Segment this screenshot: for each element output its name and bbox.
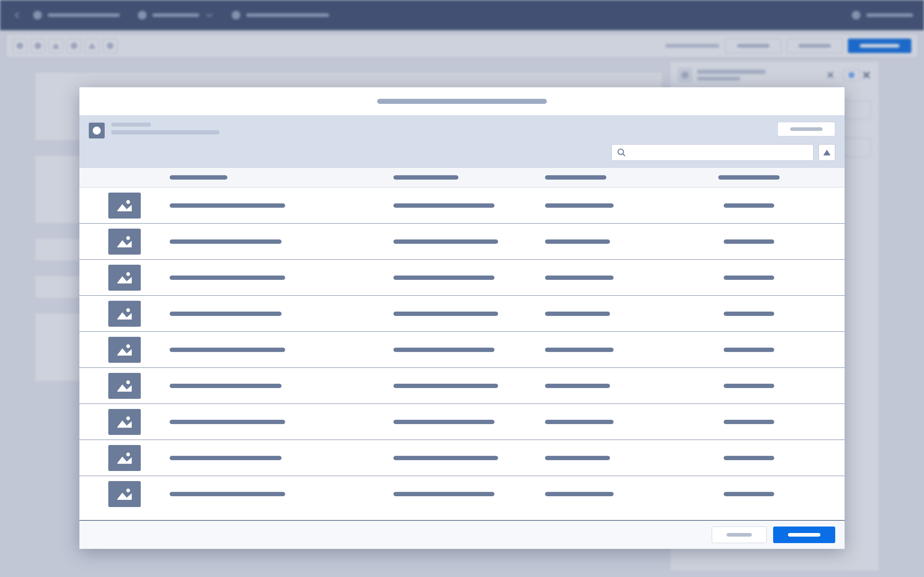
cell-c3 — [545, 348, 678, 352]
cell-c4 — [678, 239, 819, 244]
cell-value — [545, 311, 610, 316]
cell-value — [545, 203, 614, 208]
cancel-label — [727, 533, 752, 537]
cell-value — [393, 311, 498, 316]
cell-c2 — [393, 276, 545, 280]
cell-value — [170, 203, 285, 208]
table-row[interactable] — [79, 259, 845, 296]
cell-c1 — [170, 348, 393, 352]
cell-value — [545, 239, 610, 244]
cell-value — [170, 492, 285, 496]
cell-value — [393, 348, 494, 352]
cell-c1 — [170, 384, 393, 388]
table-header — [79, 167, 845, 187]
cell-value — [545, 384, 610, 388]
cell-value — [545, 276, 614, 280]
cell-c4 — [678, 492, 819, 496]
svg-point-16 — [126, 452, 130, 456]
modal-title-row — [79, 87, 845, 115]
cell-c3 — [545, 384, 678, 388]
cell-c2 — [393, 239, 545, 244]
cell-c2 — [393, 456, 545, 460]
cell-value — [393, 239, 498, 244]
cell-value — [393, 276, 494, 280]
cell-value — [724, 239, 774, 244]
context-status-button[interactable] — [777, 122, 835, 136]
context-avatar — [89, 122, 105, 139]
cell-value — [724, 456, 774, 460]
table-row[interactable] — [79, 187, 845, 224]
table-row[interactable] — [79, 332, 845, 368]
cell-c4 — [678, 348, 819, 352]
cell-c3 — [545, 492, 678, 496]
table-row[interactable] — [79, 296, 845, 332]
table-body — [79, 187, 845, 520]
modal-title — [377, 99, 547, 104]
cell-c1 — [170, 420, 393, 424]
confirm-label — [788, 533, 821, 537]
cell-value — [545, 492, 614, 496]
cell-c3 — [545, 239, 678, 244]
modal-context-panel — [79, 115, 845, 167]
cancel-button[interactable] — [712, 527, 767, 543]
svg-point-0 — [618, 149, 624, 154]
thumbnail-icon — [108, 481, 141, 507]
cell-c3 — [545, 276, 678, 280]
thumbnail-icon — [108, 265, 141, 291]
cell-value — [724, 276, 774, 280]
cell-value — [545, 348, 614, 352]
item-picker-modal — [79, 87, 845, 549]
thumbnail-icon — [108, 373, 141, 399]
cell-c3 — [545, 203, 678, 208]
cell-value — [393, 384, 498, 388]
cell-value — [170, 456, 281, 460]
confirm-button[interactable] — [773, 527, 835, 543]
cell-c2 — [393, 384, 545, 388]
cell-value — [393, 203, 494, 208]
context-name — [111, 122, 151, 127]
col-header-2[interactable] — [393, 175, 459, 180]
cell-c1 — [170, 276, 393, 280]
cell-c1 — [170, 239, 393, 244]
table-row[interactable] — [79, 404, 845, 440]
cell-value — [170, 348, 285, 352]
cell-value — [393, 456, 498, 460]
cell-c3 — [545, 420, 678, 424]
col-header-1[interactable] — [170, 175, 228, 180]
table-row[interactable] — [79, 224, 845, 259]
svg-point-2 — [126, 200, 130, 203]
cell-value — [393, 492, 494, 496]
cell-value — [170, 420, 285, 424]
cell-value — [724, 420, 774, 424]
cell-c3 — [545, 456, 678, 460]
cell-c4 — [678, 384, 819, 388]
cell-c2 — [393, 348, 545, 352]
svg-point-4 — [126, 236, 130, 239]
table-row[interactable] — [79, 440, 845, 476]
svg-point-10 — [126, 344, 130, 348]
col-header-3[interactable] — [545, 175, 606, 180]
cell-value — [170, 384, 281, 388]
table-row[interactable] — [79, 368, 845, 404]
cell-value — [393, 420, 494, 424]
cell-c2 — [393, 420, 545, 424]
cell-value — [170, 276, 285, 280]
cell-value — [724, 203, 774, 208]
svg-point-6 — [126, 272, 130, 276]
context-subtitle — [111, 130, 220, 134]
sort-button[interactable] — [819, 144, 835, 161]
svg-point-12 — [126, 380, 130, 384]
search-input[interactable] — [611, 144, 814, 161]
cell-value — [724, 348, 774, 352]
cell-c3 — [545, 311, 678, 316]
svg-point-14 — [126, 416, 130, 420]
table-row[interactable] — [79, 476, 845, 512]
cell-value — [724, 492, 774, 496]
cell-c4 — [678, 420, 819, 424]
cell-value — [545, 420, 614, 424]
col-header-4[interactable] — [718, 175, 780, 180]
modal-footer — [79, 520, 845, 549]
cell-c1 — [170, 456, 393, 460]
cell-c2 — [393, 492, 545, 496]
cell-c2 — [393, 311, 545, 316]
